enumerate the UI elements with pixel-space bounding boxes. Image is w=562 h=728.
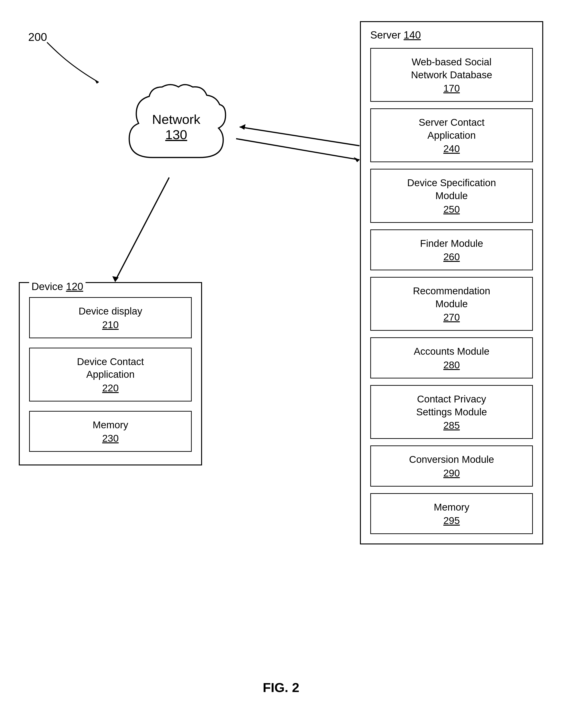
- figure-label: FIG. 2: [263, 680, 299, 695]
- svg-marker-2: [112, 276, 119, 282]
- svg-line-1: [115, 177, 169, 281]
- diagram: 200 Network 130 Device 120 Device displa…: [0, 0, 562, 728]
- server-box: Server 140 Web-based SocialNetwork Datab…: [360, 21, 543, 544]
- arrow-200-icon: [33, 38, 122, 89]
- finder-module-box: Finder Module 260: [370, 229, 533, 271]
- network-label: Network 130: [152, 112, 200, 142]
- device-display-box: Device display 210: [29, 297, 192, 338]
- device-box: Device 120 Device display 210 Device Con…: [19, 282, 202, 465]
- contact-privacy-settings-module-box: Contact PrivacySettings Module 285: [370, 385, 533, 439]
- device-memory-box: Memory 230: [29, 411, 192, 452]
- server-memory-box: Memory 295: [370, 493, 533, 534]
- conversion-module-box: Conversion Module 290: [370, 445, 533, 487]
- web-social-network-db-box: Web-based SocialNetwork Database 170: [370, 48, 533, 102]
- accounts-module-box: Accounts Module 280: [370, 337, 533, 378]
- svg-line-3: [236, 139, 359, 160]
- device-title: Device 120: [29, 281, 86, 292]
- device-specification-module-box: Device SpecificationModule 250: [370, 169, 533, 223]
- server-contact-application-box: Server ContactApplication 240: [370, 108, 533, 162]
- device-components: Device display 210 Device ContactApplica…: [29, 297, 192, 452]
- server-title: Server 140: [370, 29, 533, 41]
- device-contact-application-box: Device ContactApplication 220: [29, 348, 192, 401]
- svg-marker-4: [353, 157, 359, 162]
- svg-marker-6: [240, 124, 246, 130]
- svg-line-5: [240, 127, 359, 146]
- recommendation-module-box: RecommendationModule 270: [370, 277, 533, 331]
- network-cloud: Network 130: [115, 78, 237, 176]
- server-components: Web-based SocialNetwork Database 170 Ser…: [370, 48, 533, 534]
